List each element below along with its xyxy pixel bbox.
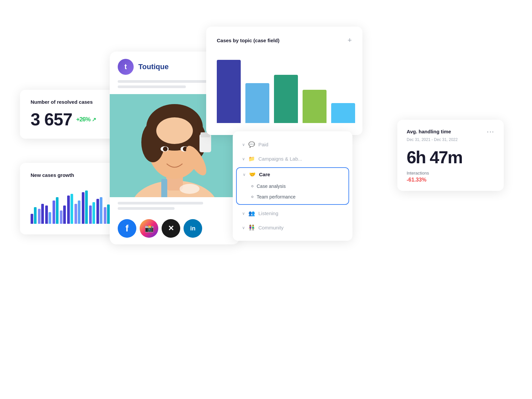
topic-bar (217, 60, 241, 123)
chart-card: Cases by topic (case field) + (206, 27, 362, 135)
time-card-title: Avg. handling time (407, 129, 451, 134)
chevron-icon: ∨ (242, 142, 245, 147)
sub-item-label: Team performance (257, 194, 296, 200)
growth-bar (41, 204, 44, 224)
line-decoration (118, 85, 186, 88)
growth-bar (96, 199, 99, 224)
paid-icon: 💬 (248, 141, 255, 148)
growth-bar (78, 200, 80, 224)
community-icon: 👫 (248, 224, 255, 231)
growth-bar (70, 194, 73, 224)
menu-label-listening: Listening (258, 210, 278, 216)
svg-point-16 (180, 184, 200, 194)
growth-bar (53, 200, 55, 224)
growth-bar (82, 192, 84, 224)
sub-item-label: Case analysis (257, 184, 286, 189)
menu-label-care: Care (259, 172, 270, 177)
listening-icon: 👥 (248, 210, 255, 216)
instagram-icon[interactable]: 📸 (140, 219, 158, 238)
more-options-button[interactable]: ··· (487, 128, 494, 135)
twitter-x-icon[interactable]: ✕ (162, 219, 180, 238)
bar-group (89, 202, 95, 224)
topic-bar-column (245, 83, 269, 123)
time-value: 6h 47m (407, 147, 494, 167)
bullet-icon (251, 196, 253, 198)
topic-bar (274, 75, 298, 123)
chevron-icon: ∨ (242, 157, 245, 161)
menu-item-community[interactable]: ∨ 👫 Community (233, 220, 352, 235)
topic-bar-column (303, 90, 327, 123)
campaigns-icon: 📁 (248, 156, 255, 162)
add-chart-button[interactable]: + (347, 36, 352, 45)
menu-item-care[interactable]: ∨ 🤝 Care (237, 168, 348, 181)
svg-rect-3 (161, 179, 167, 197)
growth-bar (74, 204, 77, 224)
growth-bar (49, 212, 51, 224)
facebook-icon[interactable]: f (118, 219, 136, 238)
menu-item-care-active[interactable]: ∨ 🤝 Care Case analysis Team performance (236, 167, 349, 205)
menu-item-paid[interactable]: ∨ 💬 Paid (233, 137, 352, 152)
growth-bar (92, 202, 95, 224)
time-change-badge: -61.33% (407, 177, 494, 183)
line-decoration (118, 80, 209, 83)
topic-bar-column (217, 60, 241, 123)
bar-group (82, 191, 88, 224)
topic-bar (303, 90, 327, 123)
growth-bar (45, 205, 48, 224)
bar-group (60, 205, 66, 224)
social-icons-row: f 📸 ✕ in (110, 216, 239, 244)
topic-bar-column (274, 75, 298, 123)
bar-group (96, 197, 102, 224)
brand-logo: t (118, 59, 134, 75)
svg-point-11 (163, 147, 168, 151)
topic-bar (245, 83, 269, 123)
growth-bar (63, 205, 66, 224)
growth-bar (34, 207, 37, 224)
svg-point-8 (156, 117, 193, 144)
time-card-header: Avg. handling time ··· (407, 128, 494, 135)
growth-bar (104, 207, 106, 224)
bullet-icon (251, 185, 253, 187)
interactions-label: Interactions (407, 171, 494, 176)
bar-group (31, 207, 37, 224)
chevron-icon: ∨ (242, 211, 245, 216)
time-range: Dec 31, 2021 - Dec 31, 2022 (407, 137, 494, 142)
line-decoration (118, 202, 203, 204)
topic-bar (331, 103, 355, 123)
menu-label-paid: Paid (258, 142, 268, 147)
growth-bar (56, 197, 59, 224)
menu-item-campaigns[interactable]: ∨ 📁 Campaigns & Lab... (233, 152, 352, 166)
resolved-cases-badge: +26% ↗ (76, 116, 96, 123)
menu-card: ∨ 💬 Paid ∨ 📁 Campaigns & Lab... ∨ 🤝 Care… (233, 131, 352, 241)
bar-group (104, 204, 110, 224)
growth-bar (85, 191, 88, 224)
chevron-icon: ∨ (242, 225, 245, 230)
avg-time-card: Avg. handling time ··· Dec 31, 2021 - De… (397, 120, 504, 191)
growth-bar (67, 196, 70, 224)
topic-bar-column (331, 103, 355, 123)
care-sub-items: Case analysis Team performance (237, 181, 348, 202)
line-decoration (118, 207, 175, 210)
bar-group (67, 194, 73, 224)
topic-bar-chart (217, 53, 352, 126)
growth-bar (107, 204, 110, 224)
care-icon: 🤝 (249, 171, 256, 178)
social-footer (110, 197, 239, 216)
menu-label-community: Community (258, 225, 284, 230)
sub-item-case-analysis[interactable]: Case analysis (246, 181, 348, 192)
bar-group (45, 205, 51, 224)
chevron-icon: ∨ (243, 172, 246, 177)
sub-item-team-performance[interactable]: Team performance (246, 192, 348, 202)
menu-item-listening[interactable]: ∨ 👥 Listening (233, 206, 352, 220)
linkedin-icon[interactable]: in (184, 219, 202, 238)
bar-group (38, 204, 44, 224)
growth-bar (100, 197, 102, 224)
menu-label-campaigns: Campaigns & Lab... (258, 156, 302, 162)
trend-arrow-icon: ↗ (92, 116, 96, 123)
growth-bar (89, 205, 92, 224)
growth-bar (31, 214, 33, 224)
bar-group (74, 200, 80, 224)
chart-header: Cases by topic (case field) + (217, 36, 352, 45)
bar-group (53, 197, 59, 224)
brand-name: Toutique (138, 63, 169, 71)
